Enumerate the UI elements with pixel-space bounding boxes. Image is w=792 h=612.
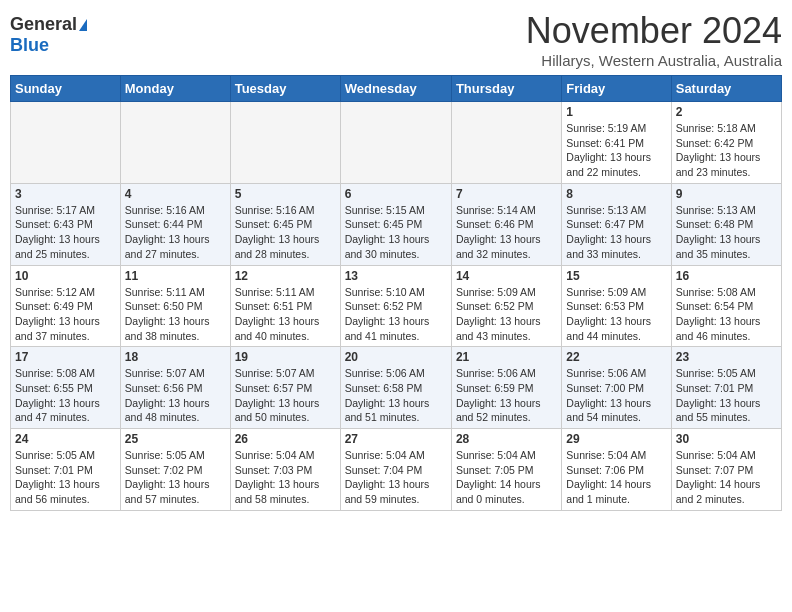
day-info: Sunrise: 5:11 AMSunset: 6:50 PMDaylight:… [125,285,226,344]
day-number: 16 [676,269,777,283]
day-number: 21 [456,350,557,364]
calendar-day-cell [340,102,451,184]
calendar-day-cell: 22Sunrise: 5:06 AMSunset: 7:00 PMDayligh… [562,347,671,429]
day-number: 3 [15,187,116,201]
day-number: 10 [15,269,116,283]
calendar-day-cell: 13Sunrise: 5:10 AMSunset: 6:52 PMDayligh… [340,265,451,347]
day-number: 19 [235,350,336,364]
calendar-day-cell: 2Sunrise: 5:18 AMSunset: 6:42 PMDaylight… [671,102,781,184]
calendar-day-cell: 1Sunrise: 5:19 AMSunset: 6:41 PMDaylight… [562,102,671,184]
day-info: Sunrise: 5:08 AMSunset: 6:54 PMDaylight:… [676,285,777,344]
calendar-day-cell: 27Sunrise: 5:04 AMSunset: 7:04 PMDayligh… [340,429,451,511]
calendar-day-cell: 7Sunrise: 5:14 AMSunset: 6:46 PMDaylight… [451,183,561,265]
day-number: 7 [456,187,557,201]
calendar-day-cell: 28Sunrise: 5:04 AMSunset: 7:05 PMDayligh… [451,429,561,511]
day-number: 29 [566,432,666,446]
calendar-day-cell: 20Sunrise: 5:06 AMSunset: 6:58 PMDayligh… [340,347,451,429]
calendar-day-cell: 24Sunrise: 5:05 AMSunset: 7:01 PMDayligh… [11,429,121,511]
calendar-day-cell: 10Sunrise: 5:12 AMSunset: 6:49 PMDayligh… [11,265,121,347]
calendar-table: SundayMondayTuesdayWednesdayThursdayFrid… [10,75,782,511]
day-info: Sunrise: 5:05 AMSunset: 7:01 PMDaylight:… [676,366,777,425]
calendar-day-cell: 30Sunrise: 5:04 AMSunset: 7:07 PMDayligh… [671,429,781,511]
calendar-week-row: 24Sunrise: 5:05 AMSunset: 7:01 PMDayligh… [11,429,782,511]
day-info: Sunrise: 5:04 AMSunset: 7:07 PMDaylight:… [676,448,777,507]
calendar-week-row: 10Sunrise: 5:12 AMSunset: 6:49 PMDayligh… [11,265,782,347]
calendar-day-cell: 23Sunrise: 5:05 AMSunset: 7:01 PMDayligh… [671,347,781,429]
day-info: Sunrise: 5:06 AMSunset: 6:58 PMDaylight:… [345,366,447,425]
weekday-header-thursday: Thursday [451,76,561,102]
calendar-day-cell: 19Sunrise: 5:07 AMSunset: 6:57 PMDayligh… [230,347,340,429]
day-number: 25 [125,432,226,446]
day-number: 20 [345,350,447,364]
day-info: Sunrise: 5:06 AMSunset: 7:00 PMDaylight:… [566,366,666,425]
day-info: Sunrise: 5:04 AMSunset: 7:03 PMDaylight:… [235,448,336,507]
weekday-header-wednesday: Wednesday [340,76,451,102]
calendar-day-cell: 25Sunrise: 5:05 AMSunset: 7:02 PMDayligh… [120,429,230,511]
day-number: 9 [676,187,777,201]
day-number: 30 [676,432,777,446]
day-info: Sunrise: 5:17 AMSunset: 6:43 PMDaylight:… [15,203,116,262]
calendar-week-row: 17Sunrise: 5:08 AMSunset: 6:55 PMDayligh… [11,347,782,429]
day-info: Sunrise: 5:11 AMSunset: 6:51 PMDaylight:… [235,285,336,344]
day-info: Sunrise: 5:04 AMSunset: 7:06 PMDaylight:… [566,448,666,507]
day-number: 13 [345,269,447,283]
day-number: 27 [345,432,447,446]
calendar-day-cell: 8Sunrise: 5:13 AMSunset: 6:47 PMDaylight… [562,183,671,265]
logo: General Blue [10,10,87,56]
day-info: Sunrise: 5:16 AMSunset: 6:45 PMDaylight:… [235,203,336,262]
title-section: November 2024 Hillarys, Western Australi… [526,10,782,69]
day-number: 17 [15,350,116,364]
calendar-day-cell: 11Sunrise: 5:11 AMSunset: 6:50 PMDayligh… [120,265,230,347]
calendar-day-cell: 9Sunrise: 5:13 AMSunset: 6:48 PMDaylight… [671,183,781,265]
day-number: 26 [235,432,336,446]
day-number: 12 [235,269,336,283]
day-info: Sunrise: 5:12 AMSunset: 6:49 PMDaylight:… [15,285,116,344]
day-number: 4 [125,187,226,201]
day-info: Sunrise: 5:05 AMSunset: 7:01 PMDaylight:… [15,448,116,507]
weekday-header-sunday: Sunday [11,76,121,102]
calendar-day-cell: 16Sunrise: 5:08 AMSunset: 6:54 PMDayligh… [671,265,781,347]
weekday-header-friday: Friday [562,76,671,102]
calendar-day-cell: 3Sunrise: 5:17 AMSunset: 6:43 PMDaylight… [11,183,121,265]
logo-icon [79,19,87,31]
day-info: Sunrise: 5:18 AMSunset: 6:42 PMDaylight:… [676,121,777,180]
calendar-day-cell: 12Sunrise: 5:11 AMSunset: 6:51 PMDayligh… [230,265,340,347]
day-number: 5 [235,187,336,201]
page-header: General Blue November 2024 Hillarys, Wes… [10,10,782,69]
day-number: 14 [456,269,557,283]
calendar-day-cell: 6Sunrise: 5:15 AMSunset: 6:45 PMDaylight… [340,183,451,265]
day-info: Sunrise: 5:14 AMSunset: 6:46 PMDaylight:… [456,203,557,262]
month-title: November 2024 [526,10,782,52]
day-info: Sunrise: 5:10 AMSunset: 6:52 PMDaylight:… [345,285,447,344]
calendar-day-cell: 15Sunrise: 5:09 AMSunset: 6:53 PMDayligh… [562,265,671,347]
day-info: Sunrise: 5:04 AMSunset: 7:05 PMDaylight:… [456,448,557,507]
logo-general-text: General [10,14,77,35]
day-number: 1 [566,105,666,119]
day-number: 8 [566,187,666,201]
day-number: 11 [125,269,226,283]
calendar-day-cell: 26Sunrise: 5:04 AMSunset: 7:03 PMDayligh… [230,429,340,511]
day-number: 23 [676,350,777,364]
calendar-day-cell: 17Sunrise: 5:08 AMSunset: 6:55 PMDayligh… [11,347,121,429]
calendar-day-cell [451,102,561,184]
weekday-header-saturday: Saturday [671,76,781,102]
calendar-day-cell: 5Sunrise: 5:16 AMSunset: 6:45 PMDaylight… [230,183,340,265]
calendar-week-row: 3Sunrise: 5:17 AMSunset: 6:43 PMDaylight… [11,183,782,265]
day-number: 22 [566,350,666,364]
day-number: 2 [676,105,777,119]
calendar-day-cell: 18Sunrise: 5:07 AMSunset: 6:56 PMDayligh… [120,347,230,429]
day-info: Sunrise: 5:08 AMSunset: 6:55 PMDaylight:… [15,366,116,425]
location-subtitle: Hillarys, Western Australia, Australia [526,52,782,69]
day-info: Sunrise: 5:05 AMSunset: 7:02 PMDaylight:… [125,448,226,507]
calendar-day-cell [230,102,340,184]
calendar-day-cell [120,102,230,184]
calendar-week-row: 1Sunrise: 5:19 AMSunset: 6:41 PMDaylight… [11,102,782,184]
day-info: Sunrise: 5:09 AMSunset: 6:53 PMDaylight:… [566,285,666,344]
day-number: 6 [345,187,447,201]
day-info: Sunrise: 5:15 AMSunset: 6:45 PMDaylight:… [345,203,447,262]
day-info: Sunrise: 5:06 AMSunset: 6:59 PMDaylight:… [456,366,557,425]
day-info: Sunrise: 5:07 AMSunset: 6:57 PMDaylight:… [235,366,336,425]
day-number: 18 [125,350,226,364]
day-info: Sunrise: 5:07 AMSunset: 6:56 PMDaylight:… [125,366,226,425]
logo-blue-text: Blue [10,35,49,56]
